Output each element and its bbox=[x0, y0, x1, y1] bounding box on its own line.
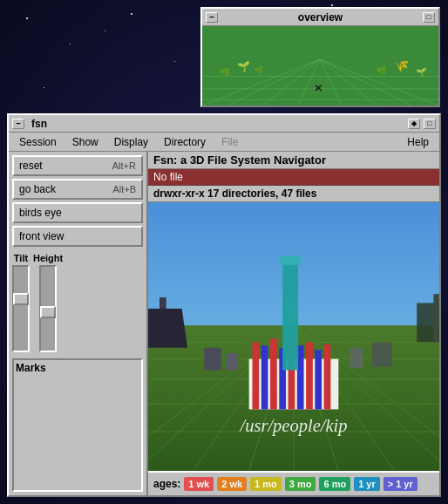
fsn-title: fsn bbox=[28, 118, 404, 130]
reset-button[interactable]: reset Alt+R bbox=[12, 155, 143, 176]
menu-help[interactable]: Help bbox=[400, 134, 436, 150]
fsn-titlebar: – fsn ◆ □ bbox=[9, 115, 439, 133]
svg-rect-43 bbox=[253, 342, 260, 409]
age-badge-1mo[interactable]: 1 mo bbox=[250, 477, 282, 491]
right-panel: Fsn: a 3D File System Navigator No file … bbox=[148, 152, 439, 495]
overview-window: – overview □ 🌿 🌱 🌿 🌿 🌾 bbox=[200, 7, 440, 107]
ages-label: ages: bbox=[153, 478, 180, 490]
menu-file[interactable]: File bbox=[214, 134, 245, 150]
svg-rect-44 bbox=[261, 345, 268, 409]
tilt-slider-container: Tilt bbox=[12, 253, 30, 352]
svg-text:🌿: 🌿 bbox=[220, 66, 231, 78]
dir-info: drwxr-xr-x 17 directories, 47 files bbox=[148, 186, 439, 202]
svg-text:🌾: 🌾 bbox=[394, 58, 410, 73]
scene-svg: /usr/people/kip bbox=[148, 202, 439, 471]
go-back-shortcut: Alt+B bbox=[112, 184, 136, 194]
svg-text:/usr/people/kip: /usr/people/kip bbox=[239, 416, 347, 436]
menu-directory[interactable]: Directory bbox=[157, 134, 213, 150]
age-badge-2wk[interactable]: 2 wk bbox=[217, 477, 247, 491]
age-badge-1wk[interactable]: 1 wk bbox=[184, 477, 214, 491]
marks-label: Marks bbox=[16, 362, 139, 374]
svg-text:✕: ✕ bbox=[314, 82, 322, 93]
svg-rect-56 bbox=[227, 353, 238, 370]
age-badge-6mo[interactable]: 6 mo bbox=[319, 477, 350, 491]
go-back-label: go back bbox=[19, 183, 56, 195]
overview-maximize-btn[interactable]: □ bbox=[423, 12, 435, 23]
overview-titlebar: – overview □ bbox=[202, 9, 438, 26]
height-slider[interactable] bbox=[39, 265, 57, 352]
front-view-button[interactable]: front view bbox=[12, 226, 143, 247]
fsn-content: reset Alt+R go back Alt+B birds eye fron… bbox=[9, 152, 439, 495]
no-file-status: No file bbox=[148, 169, 439, 186]
fsn-maximize-btn[interactable]: □ bbox=[424, 119, 436, 129]
svg-rect-55 bbox=[372, 342, 392, 366]
svg-rect-50 bbox=[315, 350, 322, 409]
overview-title: overview bbox=[221, 11, 419, 24]
view-3d[interactable]: /usr/people/kip bbox=[148, 202, 439, 471]
svg-text:🌱: 🌱 bbox=[416, 66, 427, 78]
height-label: Height bbox=[33, 253, 63, 263]
no-file-text: No file bbox=[153, 171, 183, 183]
overview-scene: 🌿 🌱 🌿 🌿 🌾 🌱 ✕ bbox=[202, 26, 438, 106]
menu-bar: Session Show Display Directory File Help bbox=[9, 133, 439, 152]
menu-show[interactable]: Show bbox=[65, 134, 105, 150]
svg-text:🌱: 🌱 bbox=[237, 60, 250, 72]
age-badge-over-1yr[interactable]: > 1 yr bbox=[384, 477, 417, 491]
marks-section: Marks bbox=[12, 358, 143, 492]
age-badge-3mo[interactable]: 3 mo bbox=[285, 477, 316, 491]
sliders-area: Tilt Height bbox=[12, 249, 143, 356]
info-title: Fsn: a 3D File System Navigator bbox=[153, 153, 326, 167]
svg-text:🌿: 🌿 bbox=[255, 65, 263, 74]
tilt-slider[interactable] bbox=[12, 265, 30, 352]
height-slider-container: Height bbox=[33, 253, 63, 352]
svg-rect-57 bbox=[350, 348, 363, 368]
menu-session[interactable]: Session bbox=[12, 134, 64, 150]
left-panel: reset Alt+R go back Alt+B birds eye fron… bbox=[9, 152, 148, 495]
ages-bar: ages: 1 wk 2 wk 1 mo 3 mo 6 mo 1 yr > 1 … bbox=[148, 471, 439, 495]
svg-marker-38 bbox=[148, 309, 187, 348]
tilt-thumb[interactable] bbox=[13, 293, 29, 305]
tilt-label: Tilt bbox=[14, 253, 28, 263]
front-view-label: front view bbox=[19, 230, 64, 242]
age-badge-1yr[interactable]: 1 yr bbox=[354, 477, 380, 491]
reset-label: reset bbox=[19, 160, 43, 172]
overview-minimize-btn[interactable]: – bbox=[206, 12, 218, 23]
go-back-button[interactable]: go back Alt+B bbox=[12, 179, 143, 200]
birds-eye-button[interactable]: birds eye bbox=[12, 202, 143, 223]
svg-rect-45 bbox=[270, 339, 277, 410]
height-thumb[interactable] bbox=[40, 306, 56, 318]
svg-text:🌿: 🌿 bbox=[377, 65, 388, 76]
fsn-minimize-btn[interactable]: – bbox=[12, 119, 24, 129]
svg-rect-49 bbox=[306, 342, 313, 409]
dir-info-text: drwxr-xr-x 17 directories, 47 files bbox=[153, 187, 316, 200]
svg-rect-54 bbox=[204, 348, 221, 371]
fsn-options-btn[interactable]: ◆ bbox=[408, 119, 420, 129]
svg-rect-41 bbox=[433, 294, 438, 342]
svg-rect-52 bbox=[282, 258, 298, 370]
svg-rect-51 bbox=[324, 344, 331, 409]
menu-display[interactable]: Display bbox=[107, 134, 155, 150]
fsn-window: – fsn ◆ □ Session Show Display Directory… bbox=[7, 113, 441, 497]
overview-content: 🌿 🌱 🌿 🌿 🌾 🌱 ✕ bbox=[202, 26, 438, 106]
reset-shortcut: Alt+R bbox=[112, 160, 136, 171]
info-bar: Fsn: a 3D File System Navigator bbox=[148, 152, 439, 169]
birds-eye-label: birds eye bbox=[19, 207, 62, 219]
svg-rect-53 bbox=[281, 256, 301, 265]
